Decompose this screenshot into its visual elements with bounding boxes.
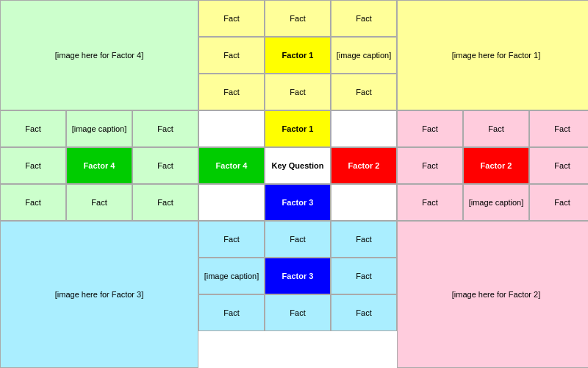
fact-r5c7: Fact [397, 147, 463, 184]
image-caption-r8c4: [image caption] [198, 258, 265, 294]
fact-r6c1: Fact [0, 184, 66, 221]
fact-r8c6: Fact [331, 258, 397, 294]
fact-r9c5: Fact [265, 294, 331, 331]
fact-r3c4: Fact [198, 74, 265, 110]
fact-r4c7: Fact [397, 110, 463, 147]
factor3-blue: Factor 3 [265, 184, 331, 221]
empty-r4c6 [331, 110, 397, 147]
image-caption-r2c6: [image caption] [331, 37, 397, 74]
fact-r1c6: Fact [331, 0, 397, 37]
fact-r6c3: Fact [132, 184, 198, 221]
fact-r6c2: Fact [66, 184, 132, 221]
image-factor3: [image here for Factor 3] [0, 221, 198, 368]
fact-r4c9: Fact [529, 110, 588, 147]
fact-r7c6: Fact [331, 221, 397, 258]
image-caption-r6c8: [image caption] [463, 184, 529, 221]
fact-r2c4: Fact [198, 37, 265, 74]
fact-r3c5: Fact [265, 74, 331, 110]
empty-r6c6 [331, 184, 397, 221]
key-question: Key Question [265, 147, 331, 184]
fact-r5c9: Fact [529, 147, 588, 184]
factor2-red: Factor 2 [331, 147, 397, 184]
fact-r4c8: Fact [463, 110, 529, 147]
image-factor1: [image here for Factor 1] [397, 0, 588, 110]
fact-r5c1: Fact [0, 147, 66, 184]
fact-r1c5: Fact [265, 0, 331, 37]
fact-r4c1: Fact [0, 110, 66, 147]
empty-r4c4 [198, 110, 265, 147]
factor4-r5c4: Factor 4 [198, 147, 265, 184]
factor1-center: Factor 1 [265, 37, 331, 74]
fact-r1c4: Fact [198, 0, 265, 37]
fact-r7c4: Fact [198, 221, 265, 258]
fact-r4c3: Fact [132, 110, 198, 147]
fact-r5c3: Fact [132, 147, 198, 184]
image-factor2: [image here for Factor 2] [397, 221, 588, 368]
factor2-r5c8: Factor 2 [463, 147, 529, 184]
factor1-r4c5: Factor 1 [265, 110, 331, 147]
image-caption-r4c2: [image caption] [66, 110, 132, 147]
factor3-r8c5: Factor 3 [265, 258, 331, 294]
fact-r9c6: Fact [331, 294, 397, 331]
fact-r3c6: Fact [331, 74, 397, 110]
empty-r6c4 [198, 184, 265, 221]
factor4-green: Factor 4 [66, 147, 132, 184]
fact-r9c4: Fact [198, 294, 265, 331]
fact-r6c9: Fact [529, 184, 588, 221]
fact-r7c5: Fact [265, 221, 331, 258]
fact-r6c7: Fact [397, 184, 463, 221]
image-factor4: [image here for Factor 4] [0, 0, 198, 110]
